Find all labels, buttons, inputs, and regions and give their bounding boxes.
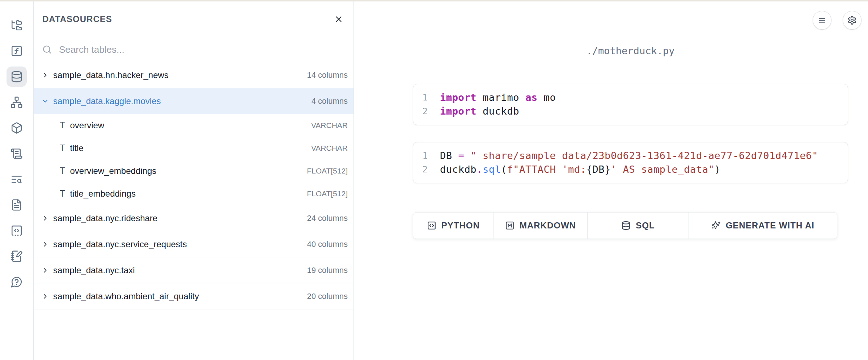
code-line: import duckdb	[434, 104, 519, 118]
chevron-right-icon	[42, 293, 49, 300]
activity-box-button[interactable]	[7, 118, 27, 138]
datasources-panel: DATASOURCES sample_data.hn.hacker_news14…	[34, 1, 354, 360]
table-group: sample_data.who.ambient_air_quality20 co…	[34, 283, 353, 309]
activity-folder-tree-button[interactable]	[7, 15, 27, 35]
table-row[interactable]: sample_data.kaggle.movies4 columns	[34, 88, 353, 114]
activity-code-square-dashed-button[interactable]	[7, 220, 27, 241]
code-square-dashed-icon	[10, 224, 23, 237]
activity-function-square-button[interactable]	[7, 41, 27, 61]
table-name: sample_data.nyc.service_requests	[53, 239, 187, 249]
line-number: 2	[413, 163, 434, 176]
table-name: sample_data.nyc.taxi	[53, 265, 135, 275]
search-icon	[42, 45, 52, 54]
table-columns-count: 14 columns	[307, 70, 348, 80]
search-tables-input[interactable]	[59, 44, 348, 55]
table-row[interactable]: sample_data.hn.hacker_news14 columns	[34, 62, 353, 88]
notebook-filename[interactable]: ./motherduck.py	[413, 45, 848, 56]
table-name: sample_data.nyc.rideshare	[53, 213, 157, 223]
table-columns-count: 24 columns	[307, 214, 348, 223]
markdown-square-icon	[505, 221, 515, 230]
table-group: sample_data.hn.hacker_news14 columns	[34, 62, 353, 88]
code-square-icon	[427, 221, 436, 230]
add-cell-generate-with-ai-button[interactable]: GENERATE WITH AI	[689, 213, 837, 239]
table-columns-count: 20 columns	[307, 292, 348, 301]
notebook-pen-icon	[10, 250, 23, 262]
activity-question-bubble-button[interactable]	[7, 272, 27, 292]
column-type: VARCHAR	[311, 121, 348, 130]
chevron-right-icon	[42, 215, 49, 222]
table-row[interactable]: sample_data.who.ambient_air_quality20 co…	[34, 283, 353, 309]
table-row[interactable]: sample_data.nyc.taxi19 columns	[34, 257, 353, 283]
sparkles-icon	[711, 221, 721, 230]
activity-scroll-button[interactable]	[7, 143, 27, 164]
activity-list-search-button[interactable]	[7, 169, 27, 189]
code-cell[interactable]: 1import marimo as mo2import duckdb	[413, 84, 848, 125]
panel-title: DATASOURCES	[42, 14, 112, 24]
top-actions	[813, 11, 861, 30]
settings-gear-icon	[847, 16, 857, 25]
column-name: title	[70, 143, 83, 153]
column-type: FLOAT[512]	[307, 189, 348, 198]
network-icon	[10, 96, 23, 108]
add-cell-button-label: SQL	[636, 220, 655, 231]
close-panel-button[interactable]	[334, 14, 343, 24]
table-row[interactable]: sample_data.nyc.service_requests40 colum…	[34, 231, 353, 257]
add-cell-button-label: PYTHON	[441, 220, 480, 231]
box-icon	[10, 122, 23, 134]
text-type-icon: T	[60, 166, 65, 176]
column-type: FLOAT[512]	[307, 167, 348, 175]
notebook-menu-button[interactable]	[813, 11, 831, 30]
text-type-icon: T	[60, 120, 65, 130]
file-text-icon	[10, 199, 23, 211]
cells-container: 1import marimo as mo2import duckdb1DB = …	[413, 84, 848, 200]
line-number: 2	[413, 104, 434, 118]
code-line: duckdb.sql(f"ATTACH 'md:{DB}' AS sample_…	[434, 163, 720, 176]
database-icon	[10, 70, 23, 83]
table-row[interactable]: sample_data.nyc.rideshare24 columns	[34, 205, 353, 231]
question-bubble-icon	[10, 276, 23, 288]
code-line: import marimo as mo	[434, 91, 556, 104]
column-type: VARCHAR	[311, 144, 348, 153]
activity-file-text-button[interactable]	[7, 195, 27, 215]
function-square-icon	[10, 45, 23, 57]
table-columns-count: 40 columns	[307, 240, 348, 249]
settings-button[interactable]	[843, 11, 861, 30]
text-type-icon: T	[60, 143, 65, 153]
table-group: sample_data.nyc.rideshare24 columns	[34, 205, 353, 231]
activity-notebook-pen-button[interactable]	[7, 246, 27, 266]
line-number: 1	[413, 149, 434, 163]
table-group: sample_data.nyc.service_requests40 colum…	[34, 231, 353, 257]
chevron-down-icon	[42, 98, 49, 105]
table-name: sample_data.who.ambient_air_quality	[53, 291, 199, 301]
list-search-icon	[10, 173, 23, 185]
column-row[interactable]: Ttitle_embeddingsFLOAT[512]	[34, 182, 353, 205]
add-cell-button-label: GENERATE WITH AI	[726, 220, 814, 231]
activity-bar	[0, 1, 34, 360]
text-type-icon: T	[60, 189, 65, 199]
add-cell-markdown-button[interactable]: MARKDOWN	[494, 213, 588, 239]
table-columns-count: 19 columns	[307, 266, 348, 275]
add-cell-button-label: MARKDOWN	[520, 220, 576, 231]
add-cell-python-button[interactable]: PYTHON	[413, 213, 494, 239]
column-name: title_embeddings	[70, 189, 135, 199]
table-group: sample_data.kaggle.movies4 columnsToverv…	[34, 88, 353, 205]
scroll-icon	[10, 147, 23, 160]
table-name: sample_data.kaggle.movies	[53, 96, 161, 106]
search-row	[34, 37, 353, 62]
table-name: sample_data.hn.hacker_news	[53, 70, 169, 80]
tables-list: sample_data.hn.hacker_news14 columnssamp…	[34, 62, 353, 309]
column-row[interactable]: TtitleVARCHAR	[34, 137, 353, 159]
code-cell[interactable]: 1DB = "_share/sample_data/23b0d623-1361-…	[413, 142, 848, 183]
column-row[interactable]: ToverviewVARCHAR	[34, 114, 353, 137]
add-cell-sql-button[interactable]: SQL	[588, 213, 689, 239]
column-row[interactable]: Toverview_embeddingsFLOAT[512]	[34, 159, 353, 182]
chevron-right-icon	[42, 267, 49, 274]
activity-network-button[interactable]	[7, 92, 27, 112]
database-icon	[621, 221, 631, 230]
line-number: 1	[413, 91, 434, 104]
table-group: sample_data.nyc.taxi19 columns	[34, 257, 353, 283]
activity-database-button[interactable]	[7, 67, 27, 87]
notebook-area: ./motherduck.py 1import marimo as mo2imp…	[354, 1, 868, 360]
datasources-panel-header: DATASOURCES	[34, 1, 353, 37]
menu-icon	[817, 16, 827, 25]
